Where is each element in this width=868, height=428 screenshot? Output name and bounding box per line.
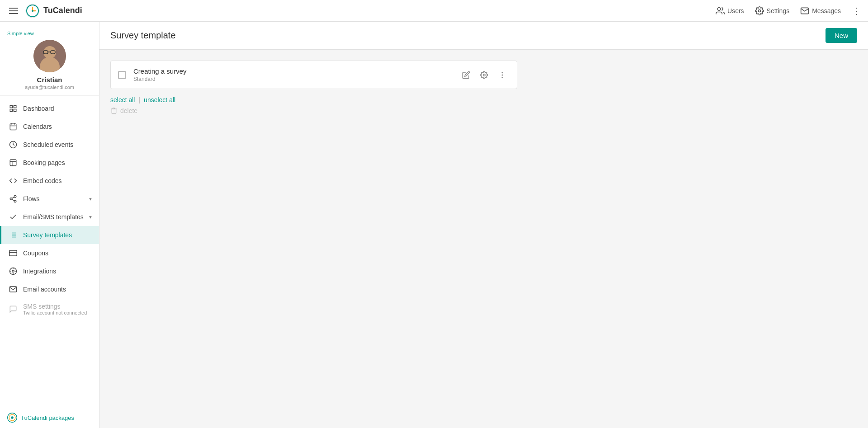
email-sms-chevron: ▾ bbox=[89, 214, 92, 220]
page-icon bbox=[9, 158, 18, 167]
svg-rect-20 bbox=[10, 160, 16, 166]
settings-survey-button[interactable] bbox=[477, 68, 491, 82]
sidebar-label-sms-settings: SMS settings bbox=[23, 303, 87, 310]
app-logo: TuCalendi bbox=[25, 4, 82, 18]
svg-rect-11 bbox=[10, 105, 12, 108]
survey-type: Standard bbox=[133, 76, 453, 82]
svg-rect-15 bbox=[10, 124, 16, 130]
avatar bbox=[33, 40, 66, 72]
sidebar-footer: TuCalendi packages bbox=[0, 407, 99, 428]
survey-name: Creating a survey bbox=[133, 67, 453, 75]
sidebar-item-dashboard[interactable]: Dashboard bbox=[0, 99, 99, 118]
layout: Simple view Cristian bbox=[0, 22, 868, 428]
delete-bar: delete bbox=[110, 107, 857, 114]
sidebar-item-integrations[interactable]: Integrations bbox=[0, 262, 99, 280]
simple-view-label: Simple view bbox=[7, 31, 34, 36]
flow-icon bbox=[9, 194, 18, 203]
integration-icon bbox=[9, 267, 18, 276]
users-link[interactable]: Users bbox=[716, 6, 744, 15]
svg-line-27 bbox=[12, 197, 14, 198]
sidebar-item-embed-codes[interactable]: Embed codes bbox=[0, 172, 99, 190]
main-body: Creating a survey Standard bbox=[99, 50, 868, 428]
select-all-button[interactable]: select all bbox=[110, 96, 135, 103]
sidebar: Simple view Cristian bbox=[0, 22, 99, 428]
sms-label-group: SMS settings Twilio account not connecte… bbox=[23, 303, 87, 315]
settings-label: Settings bbox=[767, 7, 790, 14]
sidebar-profile: Simple view Cristian bbox=[0, 22, 99, 96]
survey-checkbox[interactable] bbox=[118, 71, 126, 79]
messages-link[interactable]: Messages bbox=[800, 6, 841, 15]
clock-icon bbox=[9, 140, 18, 149]
sidebar-item-flows[interactable]: Flows ▾ bbox=[0, 190, 99, 208]
sidebar-label-dashboard: Dashboard bbox=[23, 105, 54, 112]
sidebar-label-email-accounts: Email accounts bbox=[23, 286, 66, 293]
page-title: Survey template bbox=[110, 30, 176, 41]
logo-text: TuCalendi bbox=[43, 6, 82, 15]
svg-rect-34 bbox=[9, 250, 17, 256]
main-header: Survey template New bbox=[99, 22, 868, 50]
svg-point-24 bbox=[10, 198, 12, 200]
main-content: Survey template New Creating a survey St… bbox=[99, 22, 868, 428]
sidebar-label-flows: Flows bbox=[23, 195, 40, 202]
sidebar-item-sms-settings[interactable]: SMS settings Twilio account not connecte… bbox=[0, 298, 99, 320]
check-icon bbox=[9, 212, 18, 221]
svg-rect-13 bbox=[14, 109, 16, 112]
messages-label: Messages bbox=[812, 7, 841, 14]
svg-rect-12 bbox=[14, 105, 16, 108]
sidebar-label-email-sms-templates: Email/SMS templates bbox=[23, 213, 84, 221]
survey-info: Creating a survey Standard bbox=[133, 67, 453, 82]
unselect-all-button[interactable]: unselect all bbox=[144, 96, 175, 103]
survey-icon bbox=[9, 230, 18, 240]
sidebar-item-email-accounts[interactable]: Email accounts bbox=[0, 280, 99, 298]
sidebar-item-scheduled-events[interactable]: Scheduled events bbox=[0, 136, 99, 154]
svg-point-2 bbox=[32, 10, 33, 12]
topbar: TuCalendi Users Settings Messages bbox=[0, 0, 868, 22]
sidebar-item-calendars[interactable]: Calendars bbox=[0, 118, 99, 136]
sidebar-label-scheduled-events: Scheduled events bbox=[23, 141, 73, 148]
tucalendi-packages-link[interactable]: TuCalendi packages bbox=[7, 413, 92, 423]
coupon-icon bbox=[9, 249, 18, 258]
sidebar-label-integrations: Integrations bbox=[23, 268, 56, 275]
svg-point-4 bbox=[758, 9, 760, 12]
grid-icon bbox=[9, 104, 18, 113]
settings-link[interactable]: Settings bbox=[755, 6, 790, 15]
more-survey-button[interactable] bbox=[495, 68, 509, 82]
survey-actions bbox=[459, 68, 509, 82]
sms-sub-label: Twilio account not connected bbox=[23, 310, 87, 315]
topbar-right: Users Settings Messages ⋮ bbox=[716, 6, 861, 15]
new-button[interactable]: New bbox=[826, 28, 857, 43]
sidebar-label-coupons: Coupons bbox=[23, 249, 48, 257]
hamburger-button[interactable] bbox=[7, 6, 20, 16]
more-options-button[interactable]: ⋮ bbox=[852, 6, 861, 15]
profile-email: ayuda@tucalendi.com bbox=[25, 85, 74, 90]
svg-point-40 bbox=[483, 74, 486, 76]
svg-point-43 bbox=[502, 77, 503, 78]
sidebar-label-booking-pages: Booking pages bbox=[23, 159, 65, 166]
survey-card: Creating a survey Standard bbox=[110, 61, 517, 89]
svg-point-3 bbox=[717, 7, 721, 10]
edit-survey-button[interactable] bbox=[459, 68, 473, 82]
sidebar-item-coupons[interactable]: Coupons bbox=[0, 244, 99, 262]
svg-point-25 bbox=[14, 200, 16, 202]
users-label: Users bbox=[727, 7, 744, 14]
svg-point-6 bbox=[43, 46, 56, 59]
sms-icon bbox=[9, 305, 18, 314]
select-bar: select all | unselect all bbox=[110, 96, 517, 103]
delete-label: delete bbox=[120, 107, 137, 114]
sidebar-label-embed-codes: Embed codes bbox=[23, 177, 62, 184]
sidebar-label-survey-templates: Survey templates bbox=[23, 231, 72, 239]
svg-point-42 bbox=[502, 75, 503, 75]
svg-point-41 bbox=[502, 72, 503, 73]
sidebar-item-email-sms-templates[interactable]: Email/SMS templates ▾ bbox=[0, 208, 99, 226]
sidebar-item-survey-templates[interactable]: Survey templates bbox=[0, 226, 99, 244]
trash-icon bbox=[110, 107, 118, 114]
avatar-image bbox=[33, 40, 66, 72]
sidebar-item-booking-pages[interactable]: Booking pages bbox=[0, 154, 99, 172]
profile-name: Cristian bbox=[37, 76, 62, 84]
svg-point-39 bbox=[11, 416, 14, 419]
sidebar-label-calendars: Calendars bbox=[23, 123, 52, 130]
svg-point-36 bbox=[12, 270, 14, 273]
svg-point-23 bbox=[14, 196, 16, 198]
email-icon bbox=[9, 285, 18, 294]
svg-rect-14 bbox=[10, 109, 12, 112]
